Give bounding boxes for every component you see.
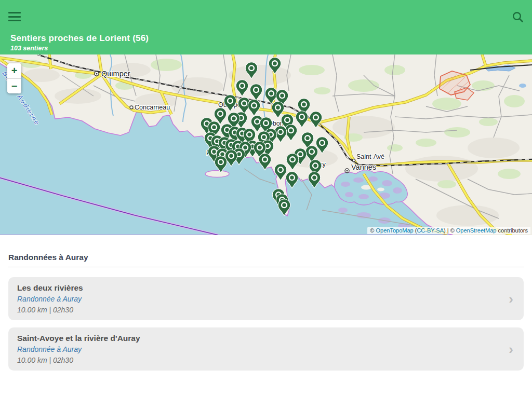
island	[205, 171, 229, 177]
zoom-in-button[interactable]: +	[7, 63, 21, 78]
trail-title: Saint-Avoye et la rivière d'Auray	[17, 333, 140, 344]
trail-card[interactable]: Les deux rivières Randonnée à Auray 10.0…	[8, 277, 524, 320]
trail-distance-duration: 10.00 km | 02h30	[17, 305, 83, 315]
map-place-label: Concarneau	[135, 104, 170, 111]
map-canvas: QuimperConcarneauQuimperléPlœmeurHennebo…	[0, 54, 532, 235]
app-root: Sentiers proches de Lorient (56) 103 sen…	[0, 0, 532, 397]
trail-card-text: Les deux rivières Randonnée à Auray 10.0…	[17, 282, 83, 315]
trail-category-link[interactable]: Randonnée à Auray	[17, 344, 140, 355]
trail-distance-duration: 10.00 km | 02h30	[17, 355, 140, 365]
openstreetmap-link[interactable]: OpenStreetMap	[456, 227, 497, 234]
map-attribution: © OpenTopoMap (CC-BY-SA) | © OpenStreetM…	[367, 227, 530, 234]
zoom-out-button[interactable]: −	[7, 78, 21, 93]
trail-list: Randonnées à Auray Les deux rivières Ran…	[0, 253, 532, 397]
section-heading: Randonnées à Auray	[8, 253, 524, 262]
trail-section: Randonnées à Auray Les deux rivières Ran…	[8, 253, 524, 371]
trail-category-link[interactable]: Randonnée à Auray	[17, 294, 83, 305]
license-link[interactable]: CC-BY-SA	[417, 227, 444, 234]
opentopomap-link[interactable]: OpenTopoMap	[376, 227, 414, 234]
map-place-label: Vannes	[351, 163, 376, 171]
search-icon[interactable]	[511, 10, 525, 24]
chevron-right-icon: ›	[509, 294, 514, 304]
trail-card-text: Saint-Avoye et la rivière d'Auray Randon…	[17, 333, 140, 365]
trail-title: Les deux rivières	[17, 282, 83, 294]
trail-card[interactable]: Saint-Avoye et la rivière d'Auray Randon…	[8, 327, 524, 371]
map-place-label: Saint-Avé	[356, 153, 384, 160]
map-place-label: Quimper	[101, 70, 130, 78]
section-divider	[8, 267, 524, 267]
chevron-right-icon: ›	[509, 344, 514, 354]
trail-count: 103 sentiers	[10, 45, 48, 52]
app-header: Sentiers proches de Lorient (56) 103 sen…	[0, 0, 532, 54]
hamburger-menu-icon[interactable]	[8, 11, 22, 22]
page-title: Sentiers proches de Lorient (56)	[10, 33, 149, 44]
zoom-control: + −	[7, 63, 21, 93]
copyright-text: ©	[370, 227, 376, 234]
map[interactable]: QuimperConcarneauQuimperléPlœmeurHennebo…	[0, 54, 532, 235]
card-list: Les deux rivières Randonnée à Auray 10.0…	[8, 277, 524, 371]
